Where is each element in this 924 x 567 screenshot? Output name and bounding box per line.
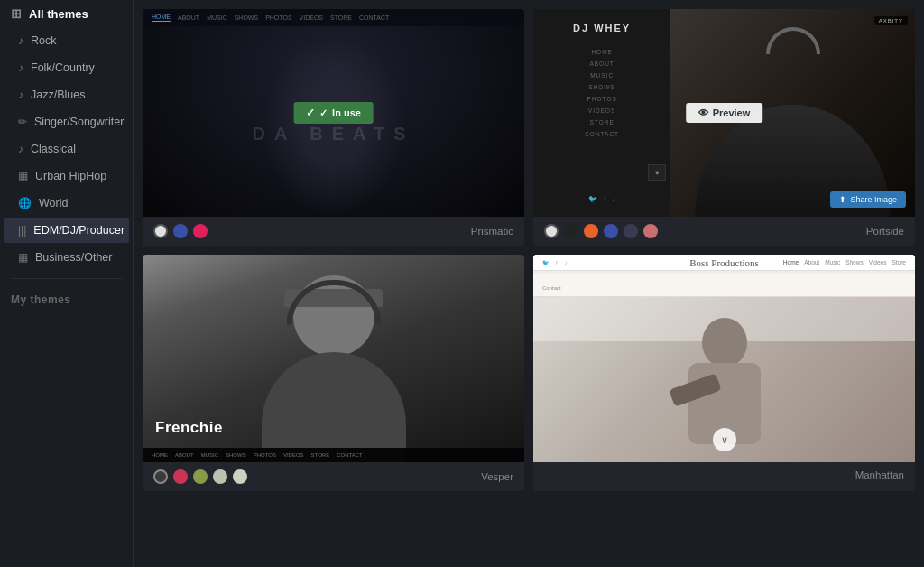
vesper-footer: Vesper [143, 462, 524, 491]
business-icon: ▦ [18, 251, 28, 264]
manhattan-logo: Boss Productions [689, 257, 759, 268]
portside-preview: DJ WHEY HOME ABOUT MUSIC SHOWS PHOTOS VI… [533, 9, 915, 217]
edm-icon: ||| [18, 224, 26, 237]
world-icon: 🌐 [18, 197, 32, 209]
preview-button[interactable]: 👁 Preview [686, 103, 763, 123]
vesper-preview: Frenchie HOME ABOUT MUSIC SHOWS PHOTOS V… [143, 255, 524, 462]
music-icon: ♪ [612, 195, 615, 203]
sidebar-item-urban-hiphop[interactable]: ▦ Urban HipHop [4, 163, 129, 189]
prismatic-nav-music: MUSIC [207, 14, 227, 21]
prismatic-nav-home: HOME [152, 14, 171, 22]
vesper-nav-bar: HOME ABOUT MUSIC SHOWS PHOTOS VIDEOS STO… [143, 448, 524, 462]
swatch-blue[interactable] [173, 224, 188, 238]
prismatic-name: Prismatic [471, 226, 513, 237]
sidebar-item-jazz-blues[interactable]: ♪ Jazz/Blues [4, 82, 129, 107]
vesper-person [244, 275, 424, 462]
portside-nav-videos: VIDEOS [588, 107, 616, 114]
portside-heart-badge: ♥ [648, 164, 666, 181]
classical-icon: ♪ [18, 143, 23, 155]
prismatic-preview: HOME ABOUT MUSIC SHOWS PHOTOS VIDEOS STO… [143, 9, 524, 217]
sidebar-item-folk-country[interactable]: ♪ Folk/Country [4, 55, 129, 80]
manhattan-footer: Manhattan [533, 462, 915, 488]
manhattan-preview: 🐦 f ♪ Boss Productions Home About Music … [533, 255, 915, 462]
swatch-orange[interactable] [584, 224, 598, 238]
swatch-darkblue[interactable] [624, 224, 638, 238]
prismatic-nav-photos: PHOTOS [265, 14, 291, 21]
share-icon: ⬆ [839, 195, 846, 204]
manhattan-nav: 🐦 f ♪ Boss Productions Home About Music … [533, 255, 915, 271]
vesper-hero-name: Frenchie [155, 419, 223, 437]
jazz-icon: ♪ [18, 88, 23, 101]
prismatic-footer: Prismatic [143, 217, 524, 246]
twitter-icon: 🐦 [588, 195, 597, 203]
rock-icon: ♪ [18, 34, 23, 47]
portside-nav-shows: SHOWS [588, 84, 615, 90]
portside-nav-photos: PHOTOS [587, 96, 616, 102]
theme-card-manhattan[interactable]: 🐦 f ♪ Boss Productions Home About Music … [533, 255, 915, 491]
swatch-crimson[interactable] [173, 469, 188, 484]
portside-nav-contact: CONTACT [585, 131, 619, 137]
urban-icon: ▦ [18, 170, 28, 182]
portside-badge: AXBITY [874, 16, 908, 25]
sidebar-item-singer-songwriter[interactable]: ✏ Singer/Songwriter [4, 109, 129, 135]
sidebar: ⊞ All themes ♪ Rock ♪ Folk/Country ♪ Jaz… [0, 0, 134, 567]
folk-icon: ♪ [18, 61, 23, 74]
swatch-black[interactable] [564, 224, 578, 238]
portside-swatches [544, 224, 658, 238]
prismatic-nav-contact: CONTACT [359, 14, 389, 21]
in-use-badge[interactable]: ✓ true In use [293, 102, 374, 124]
portside-footer: Portside [533, 217, 915, 246]
prismatic-nav-store: STORE [330, 14, 352, 21]
swatch-silver[interactable] [213, 469, 227, 484]
portside-headphones [766, 27, 820, 54]
manhattan-person-silhouette [661, 318, 788, 444]
facebook-icon: f [604, 195, 605, 203]
sidebar-item-business[interactable]: ▦ Business/Other [4, 245, 129, 270]
manhattan-scroll-button[interactable]: ∨ [713, 428, 736, 451]
sidebar-item-classical[interactable]: ♪ Classical [4, 136, 129, 162]
theme-card-prismatic[interactable]: HOME ABOUT MUSIC SHOWS PHOTOS VIDEOS STO… [143, 9, 524, 246]
portside-logo: DJ WHEY [573, 23, 631, 33]
swatch-white[interactable] [544, 224, 559, 238]
sidebar-divider [11, 278, 122, 279]
theme-card-vesper[interactable]: Frenchie HOME ABOUT MUSIC SHOWS PHOTOS V… [143, 255, 524, 491]
portside-nav-music: MUSIC [590, 72, 614, 79]
sidebar-all-themes[interactable]: ⊞ All themes [0, 0, 133, 27]
portside-nav-home: HOME [591, 49, 613, 55]
swatch-lightgray[interactable] [233, 469, 247, 484]
swatch-blue[interactable] [604, 224, 618, 238]
portside-nav-about: ABOUT [589, 60, 614, 67]
portside-name: Portside [866, 226, 904, 237]
portside-person-silhouette [695, 30, 891, 217]
eye-icon: 👁 [698, 107, 708, 118]
vesper-name: Vesper [481, 471, 513, 482]
prismatic-nav-shows: SHOWS [235, 14, 258, 21]
checkmark-icon: ✓ [319, 107, 328, 119]
share-image-button[interactable]: ⬆ Share Image [830, 191, 906, 208]
prismatic-nav-about: ABOUT [178, 14, 199, 21]
sidebar-item-world[interactable]: 🌐 World [4, 191, 129, 216]
portside-social: 🐦 f ♪ [588, 195, 615, 203]
prismatic-nav-videos: VIDEOS [300, 14, 323, 21]
sidebar-item-edm[interactable]: ||| EDM/DJ/Producer [4, 218, 129, 243]
swatch-rose[interactable] [643, 224, 658, 238]
theme-card-portside[interactable]: DJ WHEY HOME ABOUT MUSIC SHOWS PHOTOS VI… [533, 9, 915, 246]
sidebar-item-rock[interactable]: ♪ Rock [4, 28, 129, 53]
swatch-pink[interactable] [193, 224, 208, 238]
grid-icon: ⊞ [11, 6, 22, 21]
manhattan-name: Manhattan [855, 469, 904, 480]
prismatic-hero-text: DA BEATS [253, 124, 415, 144]
swatch-dark[interactable] [153, 469, 168, 484]
swatch-olive[interactable] [193, 469, 208, 484]
themes-grid: HOME ABOUT MUSIC SHOWS PHOTOS VIDEOS STO… [134, 0, 924, 567]
singer-icon: ✏ [18, 116, 27, 128]
vesper-swatches [153, 469, 247, 484]
prismatic-swatches [153, 224, 208, 238]
swatch-white[interactable] [153, 224, 168, 238]
portside-nav-store: STORE [589, 119, 614, 125]
my-themes-label: My themes [0, 286, 133, 311]
